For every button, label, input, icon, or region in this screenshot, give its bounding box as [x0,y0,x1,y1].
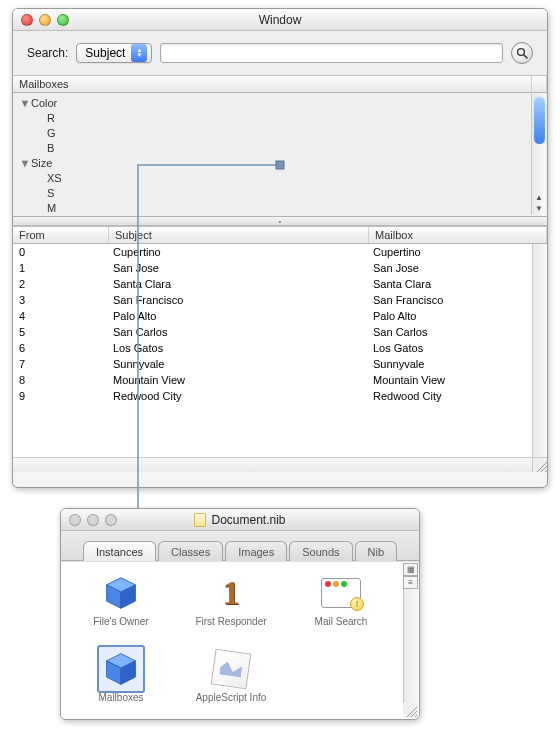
nib-body: File's Owner1First Responder!Mail Search… [61,561,419,719]
cell-subject: San Francisco [109,294,369,306]
search-input[interactable] [160,43,503,63]
outline-row[interactable]: B [13,140,547,155]
search-scope-value: Subject [85,46,125,60]
cell-mailbox: Santa Clara [369,278,431,290]
outline-label: XS [47,172,62,184]
nib-item-label: First Responder [195,616,266,627]
cell-mailbox: San Carlos [369,326,427,338]
main-window: Window Search: Subject ▲▼ Mailboxes ▼Col… [12,8,548,488]
resize-corner[interactable] [532,457,547,472]
outline-view[interactable]: ▼ColorRGB▼SizeXSSM ▲ ▼ [13,93,547,217]
table-row[interactable]: 3San FranciscoSan Francisco [13,292,547,308]
table-vertical-scrollbar[interactable] [532,244,547,472]
cube-icon [98,570,144,616]
outline-row[interactable]: ▼Size [13,155,547,170]
cell-mailbox: Sunnyvale [369,358,424,370]
cell-subject: Mountain View [109,374,369,386]
icon-view-button[interactable]: ▦ [403,563,418,576]
outline-row[interactable]: R [13,110,547,125]
view-mode-toggles: ▦ ≡ [403,563,418,589]
outline-label: G [47,127,56,139]
nib-titlebar[interactable]: Document.nib [61,509,419,531]
nib-item-label: Mail Search [315,616,368,627]
table-row[interactable]: 8Mountain ViewMountain View [13,372,547,388]
table-horizontal-scrollbar[interactable] [13,457,532,472]
outline-label: M [47,202,56,214]
nib-item[interactable]: File's Owner [71,570,171,642]
nib-tabs: Instances Classes Images Sounds Nib [61,531,419,561]
cell-mailbox: Cupertino [369,246,421,258]
table-row[interactable]: 6Los GatosLos Gatos [13,340,547,356]
outline-row[interactable]: XS [13,170,547,185]
list-view-button[interactable]: ≡ [403,576,418,589]
outline-label: B [47,142,54,154]
scroll-arrows[interactable]: ▲ ▼ [535,193,543,213]
outline-row[interactable]: S [13,185,547,200]
split-view-divider[interactable]: • [13,217,547,226]
nib-item-label: AppleScript Info [196,692,267,703]
search-scope-select[interactable]: Subject ▲▼ [76,43,152,63]
outline-label: S [47,187,54,199]
cell-from: 0 [13,246,109,258]
cell-from: 6 [13,342,109,354]
table-row[interactable]: 2Santa ClaraSanta Clara [13,276,547,292]
outline-row[interactable]: ▼Color [13,95,547,110]
col-mailbox[interactable]: Mailbox [369,227,547,243]
nib-item[interactable]: !Mail Search [291,570,391,642]
cell-subject: Sunnyvale [109,358,369,370]
cell-subject: Cupertino [109,246,369,258]
window-icon: ! [318,570,364,616]
tab-classes[interactable]: Classes [158,541,223,561]
cell-mailbox: San Francisco [369,294,443,306]
nib-item[interactable]: AppleScript Info [181,646,281,718]
cell-mailbox: San Jose [369,262,419,274]
table-row[interactable]: 5San CarlosSan Carlos [13,324,547,340]
nib-item[interactable]: 1First Responder [181,570,281,642]
table-column-headers[interactable]: From Subject Mailbox [13,226,547,244]
scroll-thumb[interactable] [534,96,545,144]
tab-instances[interactable]: Instances [83,541,156,561]
mailboxes-column-header[interactable]: Mailboxes [13,75,547,93]
select-arrows-icon: ▲▼ [131,44,147,62]
scroll-up-icon[interactable]: ▲ [535,193,543,202]
cell-mailbox: Mountain View [369,374,445,386]
nib-item[interactable]: Mailboxes [71,646,171,718]
cell-from: 5 [13,326,109,338]
one-icon: 1 [208,570,254,616]
disclosure-triangle-icon[interactable]: ▼ [19,157,31,169]
table-row[interactable]: 9Redwood CityRedwood City [13,388,547,404]
tab-sounds[interactable]: Sounds [289,541,352,561]
outline-row[interactable]: M [13,200,547,215]
resize-corner[interactable] [403,703,418,718]
cell-mailbox: Los Gatos [369,342,423,354]
outline-label: R [47,112,55,124]
tab-images[interactable]: Images [225,541,287,561]
nib-item-label: Mailboxes [98,692,143,703]
cell-from: 2 [13,278,109,290]
cell-subject: Redwood City [109,390,369,402]
svg-line-1 [524,55,527,58]
outline-vertical-scrollbar[interactable]: ▲ ▼ [531,94,546,215]
outline-label: Size [31,157,52,169]
disclosure-triangle-icon[interactable]: ▼ [19,97,31,109]
nib-item-label: File's Owner [93,616,148,627]
nib-window: Document.nib Instances Classes Images So… [60,508,420,720]
magnifier-icon [516,47,528,59]
scroll-down-icon[interactable]: ▼ [535,204,543,213]
titlebar[interactable]: Window [13,9,547,31]
svg-line-4 [545,470,547,472]
table-row[interactable]: 4Palo AltoPalo Alto [13,308,547,324]
cell-from: 4 [13,310,109,322]
cell-from: 1 [13,262,109,274]
tab-nib[interactable]: Nib [355,541,398,561]
cell-mailbox: Palo Alto [369,310,416,322]
search-button[interactable] [511,42,533,64]
col-subject[interactable]: Subject [109,227,369,243]
table-row[interactable]: 1San JoseSan Jose [13,260,547,276]
script-icon [208,646,254,692]
col-from[interactable]: From [13,227,109,243]
outline-row[interactable]: G [13,125,547,140]
table-row[interactable]: 0CupertinoCupertino [13,244,547,260]
mailboxes-header-cell[interactable]: Mailboxes [13,76,532,92]
table-row[interactable]: 7SunnyvaleSunnyvale [13,356,547,372]
